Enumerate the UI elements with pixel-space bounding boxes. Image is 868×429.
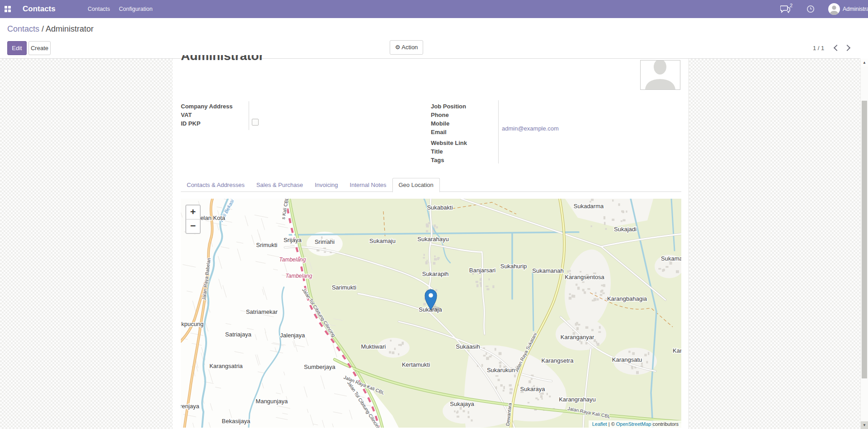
tab-geo-location[interactable]: Geo Location [392,178,440,192]
action-button[interactable]: ⚙ Action [390,40,423,55]
email-link[interactable]: admin@example.com [502,125,559,132]
user-avatar[interactable] [828,3,840,15]
field-label: ID PKP [181,119,248,128]
breadcrumb: Contacts / Administrator [7,24,94,34]
id-pkp-checkbox[interactable] [252,119,259,126]
record-title: Administrator [181,55,371,66]
breadcrumb-separator: / [39,24,46,33]
map-place-label: Sumberjaya [304,364,335,370]
openstreetmap-link[interactable]: OpenStreetMap [616,421,651,427]
map-place-label: Sukarahayu [417,236,448,242]
map-place-label: Satriajaya [225,331,252,338]
create-button[interactable]: Create [28,41,51,55]
map-place-label: Karangsetra [542,357,574,364]
map-place-label: Karangsentosa [565,274,604,280]
content-background-right [689,59,861,429]
map-canvas[interactable]: Jalan Raya Babelans Kali CBLJalan Tol Ci… [181,199,681,428]
leaflet-link[interactable]: Leaflet [592,421,607,427]
breadcrumb-link-contacts[interactable]: Contacts [7,24,39,33]
map-place-label: Karanganyar [561,334,594,340]
apps-grid-icon[interactable] [5,6,11,12]
scrollbar-down-icon[interactable]: ▼ [861,421,868,429]
map-place-label: Sukahurip [500,263,527,270]
breadcrumb-current: Administrator [46,24,94,33]
map-place-label: Sukamanah [532,267,563,274]
scrollbar-up-icon[interactable]: ▲ [861,59,868,66]
field-group-right-2: Website LinkTitleTags [431,139,497,164]
map-place-label: Karangsatria [209,363,243,369]
map-place-label: Satriamekar [246,308,278,315]
map-place-label: Karangrahayu [559,396,596,403]
map-place-label: Kertamukti [402,361,430,368]
activity-clock-icon[interactable] [807,5,815,15]
map-place-label: Karangbahagia [607,295,647,302]
map-place-label: Sukajadi [614,226,637,233]
map-place-label: Sukarukun [487,367,515,373]
content-background-left [0,59,173,429]
map-place-label: Banjarsari [469,267,496,274]
map-place-label: Sarimukti [332,284,356,291]
map-attribution: Leaflet | © OpenStreetMap contributors [589,420,681,428]
map-zoom-in-button[interactable]: + [186,205,200,219]
map-place-label: Sukadarma [574,203,604,210]
map-place-label: Sukamaju [369,238,396,244]
field-label: Phone [431,111,497,119]
map-place-label: Sukaraya [520,386,546,392]
map-area-label: Tambelang [279,256,306,263]
tab-sales-purchase[interactable]: Sales & Purchase [250,178,309,192]
field-separator-left [249,101,249,130]
field-label: Mobile [431,119,497,128]
scrollbar-thumb[interactable] [862,101,867,378]
map-place-label: Sukabakti [427,204,453,211]
messages-count-badge: 2 [790,3,793,8]
map-place-label: Sukajaya [450,401,474,407]
map-place-label: Mangunjaya [256,398,288,405]
map-place-label: Karangsatu [612,356,642,363]
map-place-label: Jalenjaya [280,332,306,339]
nav-menu-contacts[interactable]: Contacts [88,0,110,18]
field-label: Title [431,147,497,156]
map-place-label: Srimahi [315,238,335,245]
nav-menu-configuration[interactable]: Configuration [119,0,152,18]
pager-previous-icon[interactable] [834,45,840,51]
field-group-left: Company AddressVATID PKP [181,102,248,128]
map-place-label: renjaya [181,403,199,410]
field-separator-right [498,100,499,163]
map-zoom-out-button[interactable]: − [186,219,200,233]
top-navbar: Contacts Contacts Configuration 2 Admini… [0,0,868,18]
pager-next-icon[interactable] [844,45,850,51]
map-place-label: Sukamakmur [661,255,681,262]
map-place-label: Sukarapih [422,270,449,277]
map-place-label: belan Kota [197,214,226,221]
map-place-label: Srimukti [256,242,278,248]
field-label: Tags [431,156,497,164]
field-group-right: Job PositionPhoneMobileEmail [431,102,497,136]
field-label: Website Link [431,139,497,147]
user-name[interactable]: Administrator [843,0,868,18]
map-place-label: kpucung [181,321,203,327]
tab-invoicing[interactable]: Invoicing [309,178,344,192]
field-label: VAT [181,111,248,119]
vertical-scrollbar[interactable]: ▲ ▼ [860,59,868,429]
field-label: Job Position [431,102,497,111]
field-label: Email [431,128,497,136]
messages-icon[interactable] [780,5,790,15]
map-zoom-control: + − [185,205,201,234]
notebook-tabs: Contacts & AddressesSales & PurchaseInvo… [181,178,440,192]
tab-internal-notes[interactable]: Internal Notes [344,178,392,192]
map-place-label: Sukaasih [456,343,480,350]
map-place-label: Bekasijaya [222,418,251,424]
tab-contacts-addresses[interactable]: Contacts & Addresses [181,178,250,192]
map-place-label: Srijaya [283,237,302,243]
contact-photo[interactable] [640,60,680,90]
map-place-label: Karang [673,347,681,354]
app-brand[interactable]: Contacts [23,0,56,18]
edit-button[interactable]: Edit [7,41,27,55]
geo-location-map[interactable]: + − Leaflet | © OpenStreetMap contributo… [181,199,681,428]
pager-value: 1 / 1 [813,45,824,51]
field-label: Company Address [181,102,248,111]
map-place-label: Muktiwari [361,343,386,350]
map-area-label: Tambelang [286,273,312,279]
